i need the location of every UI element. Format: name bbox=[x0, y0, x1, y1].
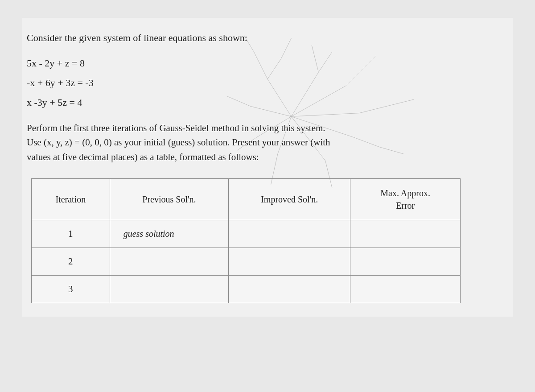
header-improved: Improved Sol'n. bbox=[229, 179, 350, 220]
table-row: 2 bbox=[32, 248, 461, 276]
description-text: Perform the first three iterations of Ga… bbox=[27, 121, 504, 165]
row3-previous bbox=[110, 276, 228, 303]
row1-max-error bbox=[350, 220, 461, 248]
table-container: Iteration Previous Sol'n. Improved Sol'n… bbox=[31, 178, 461, 303]
row1-improved bbox=[229, 220, 350, 248]
main-content: Consider the given system of linear equa… bbox=[22, 18, 513, 317]
row1-previous: guess solution bbox=[110, 220, 228, 248]
svg-line-3 bbox=[291, 113, 359, 117]
equation-2: -x + 6y + 3z = -3 bbox=[27, 77, 504, 89]
row1-iteration: 1 bbox=[32, 220, 110, 248]
header-max-line1: Max. Approx. bbox=[380, 188, 430, 198]
description-line3: values at five decimal places) as a tabl… bbox=[27, 152, 259, 162]
equation-1: 5x - 2y + z = 8 bbox=[27, 58, 504, 69]
row2-iteration: 2 bbox=[32, 248, 110, 276]
table-header-row: Iteration Previous Sol'n. Improved Sol'n… bbox=[32, 179, 461, 220]
header-max-line2: Error bbox=[396, 201, 415, 210]
header-max-error: Max. Approx. Error bbox=[350, 179, 461, 220]
iteration-table: Iteration Previous Sol'n. Improved Sol'n… bbox=[31, 178, 461, 303]
table-row: 1 guess solution bbox=[32, 220, 461, 248]
row2-previous bbox=[110, 248, 228, 276]
description-line2: Use (x, y, z) = (0, 0, 0) as your initia… bbox=[27, 137, 330, 148]
description-line1: Perform the first three iterations of Ga… bbox=[27, 123, 325, 133]
table-row: 3 bbox=[32, 276, 461, 303]
row2-max-error bbox=[350, 248, 461, 276]
intro-text: Consider the given system of linear equa… bbox=[27, 31, 504, 45]
row3-iteration: 3 bbox=[32, 276, 110, 303]
svg-point-25 bbox=[290, 116, 292, 118]
equation-3: x -3y + 5z = 4 bbox=[27, 97, 504, 108]
row3-improved bbox=[229, 276, 350, 303]
header-iteration: Iteration bbox=[32, 179, 110, 220]
row2-improved bbox=[229, 248, 350, 276]
row3-max-error bbox=[350, 276, 461, 303]
header-previous: Previous Sol'n. bbox=[110, 179, 228, 220]
